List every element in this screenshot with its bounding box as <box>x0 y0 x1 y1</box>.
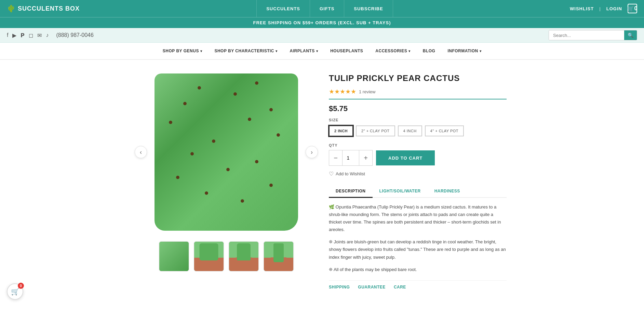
chevron-down-icon: ▾ <box>200 49 202 53</box>
thumbnail-2[interactable] <box>193 241 224 272</box>
thumbnail-1[interactable] <box>159 241 189 272</box>
size-option-2inch[interactable]: 2 INCH <box>329 125 353 136</box>
thumbnail-4[interactable] <box>263 241 294 272</box>
thumbnail-3[interactable] <box>228 241 259 272</box>
review-count[interactable]: 1 review <box>359 89 375 94</box>
heart-icon: ♡ <box>329 171 334 177</box>
wishlist-link[interactable]: WISHLIST <box>570 6 594 11</box>
product-gallery: ‹ › <box>137 70 315 289</box>
product-tabs: DESCRIPTION LIGHT/SOIL/WATER HARDINESS <box>329 185 507 198</box>
top-right-actions: WISHLIST | LOGIN 🛒 0 <box>570 4 637 13</box>
desc-para-2: ❊ Joints are bluish-green but can develo… <box>329 238 507 261</box>
wishlist-label: Add to Wishlist <box>336 171 365 176</box>
subnav-shop-by-genus[interactable]: SHOP BY GENUS ▾ <box>157 42 209 59</box>
product-title: TULIP PRICKLY PEAR CACTUS <box>329 73 507 83</box>
instagram-icon[interactable]: ◻ <box>29 32 33 39</box>
cart-icon[interactable]: 🛒 0 <box>628 4 637 13</box>
subnav-airplants[interactable]: AIRPLANTS ▾ <box>284 42 324 59</box>
search-button[interactable]: 🔍 <box>624 30 637 40</box>
logo-icon: 🌵 <box>7 4 16 13</box>
tab-light-soil-water[interactable]: LIGHT/SOIL/WATER <box>373 185 428 198</box>
qty-row: − + ADD TO CART <box>329 150 507 166</box>
search-input[interactable] <box>549 31 624 40</box>
star-rating: ★★★★★ <box>329 88 356 95</box>
rating-divider <box>329 99 507 99</box>
thumbnail-row <box>137 241 315 272</box>
social-icons: f ▶ 𝗣 ◻ ✉ ♪ (888) 987-0046 <box>7 32 94 39</box>
menu-subscribe[interactable]: SUBSCRIBE <box>344 0 393 17</box>
chevron-down-icon: ▾ <box>480 49 482 53</box>
logo-text: SUCCULENTS BOX <box>18 5 80 12</box>
bottom-tab-care[interactable]: CARE <box>394 285 406 289</box>
chevron-down-icon: ▾ <box>408 49 411 53</box>
pinterest-icon[interactable]: 𝗣 <box>21 32 25 39</box>
subnav-blog[interactable]: BLOG <box>417 42 442 59</box>
login-link[interactable]: LOGIN <box>606 6 622 11</box>
description-text: 🌿 Opuntia Phaecantha (Tulip Prickly Pear… <box>329 203 507 273</box>
size-options: 2 INCH 2" + CLAY POT 4 INCH 4" + CLAY PO… <box>329 125 507 136</box>
bottom-tabs: SHIPPING GUARANTEE CARE <box>329 280 507 289</box>
phone-number: (888) 987-0046 <box>56 32 93 38</box>
product-details: TULIP PRICKLY PEAR CACTUS ★★★★★ 1 review… <box>329 70 507 289</box>
size-label: SIZE <box>329 118 507 122</box>
quantity-input[interactable] <box>342 150 359 165</box>
main-image-wrapper: ‹ › <box>137 70 315 234</box>
floating-cart-button[interactable]: 🛒 0 <box>7 283 23 300</box>
divider: | <box>599 6 601 11</box>
size-option-4inch-clay[interactable]: 4" + CLAY POT <box>425 125 464 136</box>
chevron-down-icon: ▾ <box>316 49 318 53</box>
increase-qty-button[interactable]: + <box>359 150 372 165</box>
main-menu: SUCCULENTS GIFTS SUBSCRIBE <box>256 0 393 17</box>
bottom-tab-shipping[interactable]: SHIPPING <box>329 285 350 289</box>
menu-gifts[interactable]: GIFTS <box>310 0 344 17</box>
tab-hardiness[interactable]: HARDINESS <box>428 185 467 198</box>
sub-navigation: SHOP BY GENUS ▾ SHOP BY CHARACTERISTIC ▾… <box>0 43 644 60</box>
tiktok-icon[interactable]: ♪ <box>46 32 49 38</box>
menu-succulents[interactable]: SUCCULENTS <box>256 0 310 17</box>
tab-description[interactable]: DESCRIPTION <box>329 185 373 198</box>
promo-bar: FREE SHIPPING ON $59+ ORDERS (EXCL. SUB … <box>0 17 644 28</box>
size-option-4inch[interactable]: 4 INCH <box>398 125 422 136</box>
desc-para-1: 🌿 Opuntia Phaecantha (Tulip Prickly Pear… <box>329 203 507 233</box>
decrease-qty-button[interactable]: − <box>329 150 342 165</box>
utility-bar: f ▶ 𝗣 ◻ ✉ ♪ (888) 987-0046 🔍 <box>0 28 644 43</box>
floating-cart-icon: 🛒 <box>11 287 19 296</box>
subnav-shop-by-characteristic[interactable]: SHOP BY CHARACTERISTIC ▾ <box>208 42 283 59</box>
size-option-2inch-clay[interactable]: 2" + CLAY POT <box>356 125 395 136</box>
desc-para-3: ❊ All of the plants may be shipped bare … <box>329 266 507 273</box>
product-main-image <box>155 73 298 231</box>
youtube-icon[interactable]: ▶ <box>12 32 16 39</box>
main-content: ‹ › <box>117 60 527 300</box>
chevron-down-icon: ▾ <box>276 49 278 53</box>
promo-text: FREE SHIPPING ON $59+ ORDERS (EXCL. SUB … <box>253 20 391 25</box>
top-navigation: 🌵 SUCCULENTS BOX SUCCULENTS GIFTS SUBSCR… <box>0 0 644 17</box>
floating-cart-badge: 0 <box>18 283 24 289</box>
subnav-accessories[interactable]: ACCESSORIES ▾ <box>369 42 416 59</box>
add-to-cart-button[interactable]: ADD TO CART <box>376 150 435 165</box>
wishlist-row[interactable]: ♡ Add to Wishlist <box>329 171 507 177</box>
rating-row: ★★★★★ 1 review <box>329 88 507 95</box>
prev-image-arrow[interactable]: ‹ <box>135 146 147 158</box>
search-bar: 🔍 <box>549 30 637 40</box>
next-image-arrow[interactable]: › <box>306 146 318 158</box>
subnav-houseplants[interactable]: HOUSEPLANTS <box>324 42 369 59</box>
qty-label: QTY <box>329 143 507 147</box>
quantity-control: − + <box>329 150 373 166</box>
email-icon[interactable]: ✉ <box>37 32 42 39</box>
facebook-icon[interactable]: f <box>7 32 8 38</box>
site-logo[interactable]: 🌵 SUCCULENTS BOX <box>7 4 80 13</box>
product-price: $5.75 <box>329 104 507 113</box>
bottom-tab-guarantee[interactable]: GUARANTEE <box>358 285 386 289</box>
subnav-information[interactable]: INFORMATION ▾ <box>441 42 487 59</box>
